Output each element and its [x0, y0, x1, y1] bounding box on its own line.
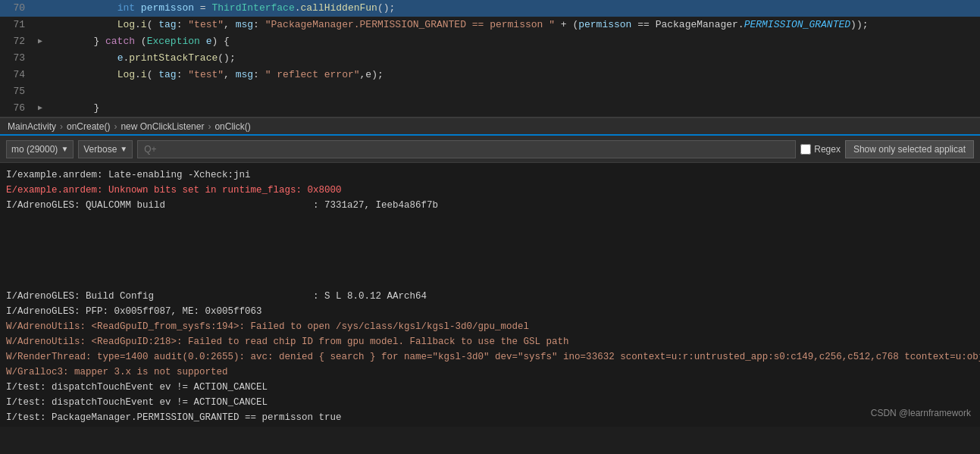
watermark: CSDN @learnframework	[871, 406, 971, 421]
line-number-75: 75	[0, 83, 34, 100]
line-number-74: 74	[0, 67, 34, 83]
log-line-11: W/AdrenoUtils: <ReadGpuID_from_sysfs:194…	[6, 319, 974, 334]
log-line-5	[6, 228, 974, 243]
log-line-10: I/AdrenoGLES: PFP: 0x005ff087, ME: 0x005…	[6, 304, 974, 319]
verbose-label: Verbose	[83, 144, 117, 155]
regex-text: Regex	[814, 144, 841, 155]
log-header: mo (29000) ▼ Verbose ▼ Regex Show only s…	[0, 136, 980, 163]
line-number-73: 73	[0, 50, 34, 67]
breadcrumb-on-click-listener[interactable]: new OnClickListener	[121, 121, 204, 132]
line-content-72: } catch (Exception e) {	[46, 33, 980, 50]
code-line-70: 70 int permisson = ThirdInterface.callHi…	[0, 0, 980, 17]
fold-indicator-72: ▶	[34, 33, 46, 50]
line-content-71: Log.i( tag: "test", msg: "PackageManager…	[46, 17, 980, 33]
log-line-2: E/example.anrdem: Unknown bits set in ru…	[6, 183, 974, 198]
breadcrumb-on-click[interactable]: onClick()	[214, 121, 250, 132]
log-line-15: I/test: dispatchTouchEvent ev != ACTION_…	[6, 380, 974, 395]
log-line-4	[6, 213, 974, 228]
log-line-13: W/RenderThread: type=1400 audit(0.0:2655…	[6, 349, 974, 365]
search-input[interactable]	[137, 140, 796, 158]
line-number-70: 70	[0, 0, 34, 17]
verbose-select-wrapper[interactable]: Verbose ▼	[78, 140, 133, 158]
verbose-chevron-icon: ▼	[120, 145, 127, 153]
breadcrumb-on-create[interactable]: onCreate()	[67, 121, 110, 132]
device-chevron-icon: ▼	[61, 145, 68, 153]
code-line-76: 76 ▶ }	[0, 100, 980, 117]
line-content-74: Log.i( tag: "test", msg: " reflect error…	[46, 67, 980, 83]
log-line-6	[6, 243, 974, 258]
verbose-select[interactable]: Verbose ▼	[78, 140, 133, 158]
line-number-71: 71	[0, 17, 34, 33]
code-editor: 70 int permisson = ThirdInterface.callHi…	[0, 0, 980, 117]
code-line-73: 73 e.printStackTrace();	[0, 50, 980, 67]
breadcrumb: MainActivity › onCreate() › new OnClickL…	[0, 117, 980, 136]
log-line-14: W/Gralloc3: mapper 3.x is not supported	[6, 365, 974, 380]
code-line-74: 74 Log.i( tag: "test", msg: " reflect er…	[0, 67, 980, 83]
code-line-72: 72 ▶ } catch (Exception e) {	[0, 33, 980, 50]
log-output: I/example.anrdem: Late-enabling -Xcheck:…	[0, 163, 980, 427]
breadcrumb-sep-3: ›	[208, 121, 211, 132]
line-content-73: e.printStackTrace();	[46, 50, 980, 67]
line-content-70: int permisson = ThirdInterface.callHidde…	[46, 0, 980, 17]
log-line-12: W/AdrenoUtils: <ReadGpuID:218>: Failed t…	[6, 334, 974, 349]
log-line-9: I/AdrenoGLES: Build Config : S L 8.0.12 …	[6, 289, 974, 304]
log-line-8	[6, 274, 974, 289]
code-line-75: 75	[0, 83, 980, 100]
fold-indicator-76: ▶	[34, 100, 46, 117]
log-line-7	[6, 258, 974, 274]
regex-checkbox[interactable]	[800, 144, 811, 155]
line-number-72: 72	[0, 33, 34, 50]
log-line-16: I/test: dispatchTouchEvent ev != ACTION_…	[6, 395, 974, 410]
device-select[interactable]: mo (29000) ▼	[6, 140, 74, 158]
device-label: mo (29000)	[11, 144, 58, 155]
line-number-76: 76	[0, 100, 34, 117]
breadcrumb-sep-1: ›	[60, 121, 63, 132]
log-line-17: I/test: PackageManager.PERMISSION_GRANTE…	[6, 410, 974, 425]
regex-label[interactable]: Regex	[800, 144, 841, 155]
log-line-1: I/example.anrdem: Late-enabling -Xcheck:…	[6, 168, 974, 183]
log-line-3: I/AdrenoGLES: QUALCOMM build : 7331a27, …	[6, 198, 974, 213]
log-container: mo (29000) ▼ Verbose ▼ Regex Show only s…	[0, 136, 980, 427]
breadcrumb-sep-2: ›	[114, 121, 117, 132]
device-select-wrapper[interactable]: mo (29000) ▼	[6, 140, 74, 158]
code-line-71: 71 Log.i( tag: "test", msg: "PackageMana…	[0, 17, 980, 33]
breadcrumb-main-activity[interactable]: MainActivity	[8, 121, 56, 132]
code-lines: 70 int permisson = ThirdInterface.callHi…	[0, 0, 980, 117]
show-only-button[interactable]: Show only selected applicat	[845, 140, 974, 158]
line-content-76: }	[46, 100, 980, 117]
